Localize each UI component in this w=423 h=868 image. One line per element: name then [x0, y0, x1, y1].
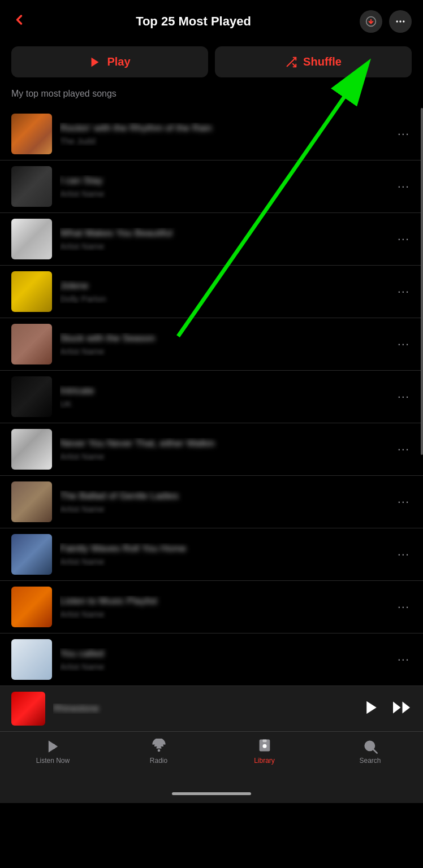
song-item-1[interactable]: Rockin' with the Rhythm of the Rain The … — [0, 108, 423, 160]
play-button[interactable]: Play — [11, 46, 208, 77]
song-thumbnail — [11, 114, 52, 154]
song-thumbnail — [11, 324, 52, 364]
song-more-button[interactable]: ··· — [395, 337, 412, 351]
song-artist: The Judd — [60, 136, 395, 146]
svg-point-15 — [158, 750, 159, 751]
song-thumbnail — [11, 429, 52, 470]
tab-radio[interactable]: Radio — [106, 739, 212, 765]
song-thumbnail — [11, 639, 52, 680]
tab-bar: Listen Now Radio Library — [0, 731, 423, 788]
download-button[interactable] — [360, 10, 382, 33]
song-title: Faintly Waves Roll You Home — [60, 543, 395, 554]
song-item-5[interactable]: Stuck with the Season Artist Name ··· — [0, 318, 423, 371]
listen-now-icon — [45, 739, 61, 754]
now-playing-title: Rhinestone — [53, 704, 355, 714]
song-item-9[interactable]: Faintly Waves Roll You Home Artist Name … — [0, 528, 423, 581]
svg-point-3 — [399, 20, 401, 22]
song-title: Rockin' with the Rhythm of the Rain — [60, 123, 395, 134]
svg-point-4 — [403, 20, 404, 22]
song-thumbnail — [11, 376, 52, 417]
tab-search[interactable]: Search — [317, 739, 423, 765]
song-info: Rockin' with the Rhythm of the Rain The … — [60, 123, 395, 146]
song-artist: Dolly Parton — [60, 294, 395, 303]
action-buttons: Play Shuffle — [0, 41, 423, 86]
song-info: Intricate UK — [60, 385, 395, 409]
song-artist: Artist Name — [60, 609, 395, 619]
shuffle-button[interactable]: Shuffle — [215, 46, 412, 77]
header-icons — [360, 10, 412, 33]
svg-marker-5 — [92, 57, 99, 67]
song-info: Never You Never That, either Walkin Arti… — [60, 438, 395, 461]
svg-marker-12 — [393, 702, 401, 714]
song-title: Listen to Music Playlist — [60, 596, 395, 607]
song-item-3[interactable]: What Makes You Beautiful Artist Name ··· — [0, 213, 423, 266]
fast-forward-button[interactable] — [391, 697, 412, 720]
more-options-button[interactable] — [389, 10, 412, 33]
listen-now-label: Listen Now — [36, 757, 70, 765]
song-thumbnail — [11, 534, 52, 575]
now-playing-bar[interactable]: Rhinestone — [0, 686, 423, 731]
song-title: What Makes You Beautiful — [60, 228, 395, 239]
song-thumbnail — [11, 166, 52, 207]
svg-marker-10 — [366, 701, 377, 714]
song-title: I can Stay — [60, 175, 395, 186]
song-info: The Ballad of Gentle Ladies Artist Name — [60, 491, 395, 514]
song-item-2[interactable]: I can Stay Artist Name ··· — [0, 160, 423, 213]
song-item-10[interactable]: Listen to Music Playlist Artist Name ··· — [0, 581, 423, 633]
home-indicator — [0, 788, 423, 803]
now-playing-info: Rhinestone — [53, 704, 355, 714]
song-info: I can Stay Artist Name — [60, 175, 395, 198]
song-title: Jolene — [60, 280, 395, 292]
playlist-subtitle: My top most played songs — [0, 86, 423, 108]
song-artist: Artist Name — [60, 189, 395, 198]
song-artist: Artist Name — [60, 504, 395, 514]
svg-point-17 — [262, 744, 266, 748]
song-artist: UK — [60, 399, 395, 409]
tab-library[interactable]: Library — [212, 739, 317, 765]
home-bar — [172, 792, 251, 795]
svg-point-2 — [396, 20, 398, 22]
song-item-4[interactable]: Jolene Dolly Parton ··· — [0, 266, 423, 318]
song-thumbnail — [11, 481, 52, 522]
song-title: You called — [60, 648, 395, 659]
song-more-button[interactable]: ··· — [395, 284, 412, 299]
song-item-8[interactable]: The Ballad of Gentle Ladies Artist Name … — [0, 476, 423, 528]
svg-marker-14 — [48, 741, 57, 753]
song-more-button[interactable]: ··· — [395, 600, 412, 614]
song-artist: Artist Name — [60, 452, 395, 461]
now-playing-thumbnail — [11, 692, 45, 726]
song-info: Stuck with the Season Artist Name — [60, 333, 395, 356]
song-info: Jolene Dolly Parton — [60, 280, 395, 303]
search-label: Search — [359, 757, 381, 765]
song-more-button[interactable]: ··· — [395, 442, 412, 457]
song-thumbnail — [11, 271, 52, 312]
song-list: Rockin' with the Rhythm of the Rain The … — [0, 108, 423, 686]
song-info: Listen to Music Playlist Artist Name — [60, 596, 395, 619]
tab-listen-now[interactable]: Listen Now — [0, 739, 106, 765]
playback-controls — [363, 697, 412, 720]
play-pause-button[interactable] — [363, 699, 380, 718]
song-artist: Artist Name — [60, 557, 395, 566]
song-more-button[interactable]: ··· — [395, 547, 412, 562]
radio-icon — [151, 739, 167, 754]
back-button[interactable] — [11, 12, 27, 32]
song-more-button[interactable]: ··· — [395, 179, 412, 194]
song-item-6[interactable]: Intricate UK ··· — [0, 371, 423, 423]
song-thumbnail — [11, 587, 52, 627]
header: Top 25 Most Played — [0, 0, 423, 41]
svg-marker-11 — [403, 702, 411, 714]
song-info: What Makes You Beautiful Artist Name — [60, 228, 395, 251]
song-artist: Artist Name — [60, 346, 395, 356]
song-info: Faintly Waves Roll You Home Artist Name — [60, 543, 395, 566]
song-title: Stuck with the Season — [60, 333, 395, 344]
song-item-11[interactable]: You called Artist Name ··· — [0, 633, 423, 686]
song-title: Intricate — [60, 385, 395, 397]
song-more-button[interactable]: ··· — [395, 389, 412, 404]
song-item-7[interactable]: Never You Never That, either Walkin Arti… — [0, 423, 423, 476]
song-more-button[interactable]: ··· — [395, 232, 412, 246]
song-more-button[interactable]: ··· — [395, 494, 412, 509]
song-more-button[interactable]: ··· — [395, 127, 412, 141]
library-icon — [257, 739, 273, 754]
scrollbar[interactable] — [421, 108, 423, 455]
song-more-button[interactable]: ··· — [395, 652, 412, 667]
